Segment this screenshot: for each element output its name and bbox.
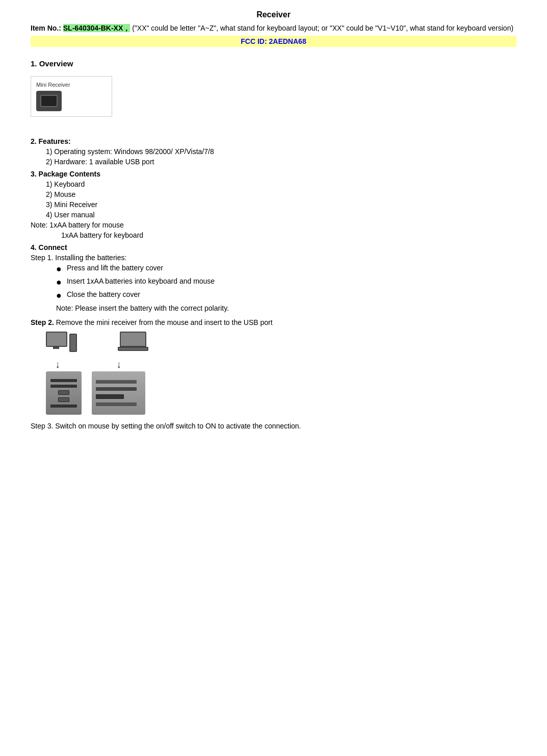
step2-title: Step 2. [31,318,54,326]
laptop-screen [120,332,146,347]
bullet-text-2: Insert 1xAA batteries into keyboard and … [67,277,215,285]
feature-2: 2) Hardware: 1 available USB port [46,158,516,166]
bullet-dot-2: ● [56,277,62,288]
feature-1: 1) Operating system: Windows 98/2000/ XP… [46,147,516,156]
features-title: 2. Features: [31,137,71,145]
step2-top-row [46,332,153,357]
item-number: SL-640304-BK-XX， [63,24,131,32]
overview-heading: 1. Overview [31,59,516,68]
connect-title: 4. Connect [31,243,67,251]
bullet-dot-1: ● [56,264,62,275]
mini-receiver-label: Mini Receiver [36,82,107,88]
step2-arrows-row: ↓ ↓ [55,359,121,369]
connect-section: 4. Connect Step 1. Installing the batter… [31,243,516,430]
step1-note: Note: Please insert the battery with the… [56,304,516,312]
step1-title: Step 1. Installing the batteries: [31,254,516,262]
step2-text: Remove the mini receiver from the mouse … [54,318,273,326]
desktop-icon [46,332,79,357]
laptop-side-box [92,371,145,415]
tower-ports-box [46,371,82,415]
monitor [46,332,67,347]
port-slot-1 [50,379,77,382]
step2-bottom-row [46,371,145,415]
bullet-text-3: Close the battery cover [67,290,140,298]
bullet-text-1: Press and lift the battery cover [67,264,163,272]
package-item-4: 4) User manual [46,211,516,219]
item-label: Item No.: [31,24,61,32]
item-description: ("XX" could be letter "A~Z", what stand … [132,24,513,32]
laptop-port-1 [96,380,137,384]
arrow-down-2: ↓ [116,359,121,369]
package-note-1: Note: 1xAA battery for mouse [31,221,516,229]
port-usb-2 [58,397,69,402]
step3-line: Step 3. Switch on mouse by setting the o… [31,422,516,430]
arrow-down-1: ↓ [55,359,60,369]
package-item-3: 3) Mini Receiver [46,200,516,209]
laptop-port-4 [96,402,137,406]
port-usb-1 [58,390,69,395]
laptop-port-3 [96,394,124,399]
step2-images: ↓ ↓ [46,332,516,415]
package-item-2: 2) Mouse [46,190,516,198]
step2-line: Step 2. Remove the mini receiver from th… [31,318,516,326]
monitor-base [53,347,59,349]
package-title: 3. Package Contents [31,170,100,178]
bullet-item-2: ● Insert 1xAA batteries into keyboard an… [56,277,516,288]
laptop-icon [120,332,153,357]
package-item-1: 1) Keyboard [46,180,516,188]
port-slot-2 [50,385,77,388]
package-section: 3. Package Contents 1) Keyboard 2) Mouse… [31,170,516,239]
package-note-2: 1xAA battery for keyboard [61,231,516,239]
bullet-item-3: ● Close the battery cover [56,290,516,301]
tower [69,334,77,352]
item-no-line: Item No.: SL-640304-BK-XX， ("XX" could b… [31,22,516,34]
page-title: Receiver [31,10,516,19]
usb-receiver-icon [36,91,62,111]
laptop-port-2 [96,387,137,391]
features-section: 2. Features: 1) Operating system: Window… [31,137,516,166]
overview-section: 1. Overview Mini Receiver [31,59,516,117]
fcc-id: FCC ID: 2AEDNA68 [31,36,516,47]
port-slot-3 [50,405,77,408]
bullet-item-1: ● Press and lift the battery cover [56,264,516,275]
laptop-base [118,347,148,351]
bullet-dot-3: ● [56,290,62,301]
overview-image-box: Mini Receiver [31,76,112,117]
